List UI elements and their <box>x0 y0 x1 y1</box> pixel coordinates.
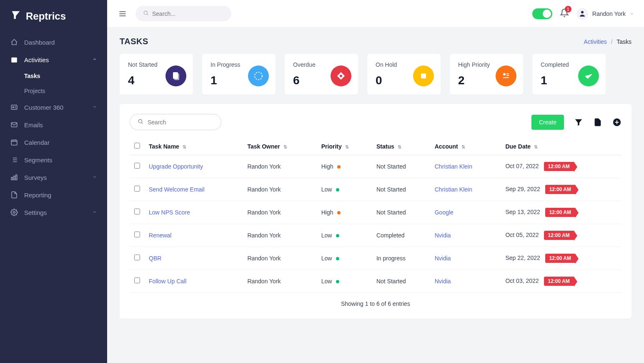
priority-dot-icon <box>336 234 339 237</box>
global-search-input[interactable] <box>152 10 224 17</box>
sidebar-item-label: Activities <box>24 56 86 63</box>
brand-logo[interactable]: Reptrics <box>0 0 107 33</box>
tasks-panel: Create Task Name ⇅Task Owner <box>120 104 631 319</box>
stat-card-high-priority[interactable]: High Priority2 <box>450 54 523 95</box>
search-icon <box>143 10 149 17</box>
stat-card-completed[interactable]: Completed1 <box>532 54 606 95</box>
user-menu[interactable]: Randon York <box>576 8 634 20</box>
breadcrumb-parent[interactable]: Activities <box>584 38 607 45</box>
export-button[interactable] <box>593 118 602 127</box>
due-date: Sep 22, 2022 <box>505 255 540 261</box>
row-checkbox[interactable] <box>134 163 140 169</box>
column-header[interactable]: Task Name ⇅ <box>145 138 243 155</box>
table-search-input[interactable] <box>148 119 213 126</box>
stat-card-not-started[interactable]: Not Started4 <box>120 54 193 95</box>
gear-icon <box>10 209 18 216</box>
account-link[interactable]: Nvidia <box>435 255 451 262</box>
topbar: 1 Randon York <box>107 0 644 28</box>
sort-icon: ⇅ <box>345 144 349 149</box>
brand-name: Reptrics <box>26 10 66 22</box>
account-link[interactable]: Google <box>435 209 454 216</box>
row-checkbox[interactable] <box>134 186 140 192</box>
svg-point-32 <box>503 73 506 76</box>
sidebar-subitem-projects[interactable]: Projects <box>24 83 107 98</box>
sort-icon: ⇅ <box>183 144 186 149</box>
filter-button[interactable] <box>574 118 583 127</box>
stat-card-overdue[interactable]: Overdue6 <box>285 54 358 95</box>
chevron-up-icon <box>92 57 97 63</box>
due-date: Oct 03, 2022 <box>505 277 539 284</box>
svg-rect-18 <box>14 176 15 180</box>
task-name-link[interactable]: Follow Up Call <box>149 278 186 285</box>
column-header[interactable]: Account ⇅ <box>431 138 501 155</box>
sidebar-item-label: Reporting <box>24 192 97 199</box>
task-priority: High <box>317 155 372 178</box>
chevron-down-icon <box>92 209 97 216</box>
breadcrumb: Activities / Tasks <box>584 38 631 45</box>
svg-point-30 <box>340 75 342 77</box>
task-name-link[interactable]: Low NPS Score <box>149 209 190 216</box>
sidebar-item-calendar[interactable]: Calendar <box>0 134 107 151</box>
svg-rect-35 <box>503 77 509 78</box>
svg-rect-31 <box>421 73 426 78</box>
page-header: TASKS Activities / Tasks <box>107 28 644 54</box>
column-label: Priority <box>321 143 342 150</box>
sidebar-item-label: Surveys <box>24 174 86 181</box>
account-link[interactable]: Nvidia <box>435 232 451 239</box>
row-checkbox[interactable] <box>134 277 140 283</box>
task-name-link[interactable]: Upgrade Opportunity <box>149 163 203 170</box>
svg-rect-40 <box>615 122 619 123</box>
column-header[interactable]: Priority ⇅ <box>317 138 372 155</box>
svg-point-26 <box>581 11 584 13</box>
priority-dot-icon <box>336 280 339 283</box>
stat-card-in-progress[interactable]: In Progress1 <box>202 54 276 95</box>
sidebar-item-customer-360[interactable]: Customer 360 <box>0 98 107 116</box>
table-search[interactable] <box>130 114 221 130</box>
sidebar-item-reporting[interactable]: Reporting <box>0 186 107 204</box>
row-checkbox[interactable] <box>134 209 140 214</box>
avatar <box>576 8 588 20</box>
table-row: Send Welcome EmailRandon YorkLow Not Sta… <box>130 178 621 201</box>
sidebar-item-settings[interactable]: Settings <box>0 204 107 221</box>
task-status: Completed <box>372 224 431 247</box>
create-button[interactable]: Create <box>531 115 564 130</box>
task-name-link[interactable]: QBR <box>149 255 161 262</box>
menu-toggle-button[interactable] <box>117 10 128 18</box>
notifications-button[interactable]: 1 <box>560 8 569 19</box>
select-all-checkbox[interactable] <box>134 143 140 149</box>
column-header[interactable]: Status ⇅ <box>372 138 431 155</box>
svg-rect-17 <box>11 177 13 180</box>
account-link[interactable]: Christian Klein <box>435 163 472 170</box>
list-icon <box>10 156 18 164</box>
task-name-link[interactable]: Send Welcome Email <box>149 186 205 193</box>
table-row: Follow Up CallRandon YorkLow Not Started… <box>130 270 621 293</box>
sidebar-subitem-tasks[interactable]: Tasks <box>24 68 107 83</box>
status-toggle[interactable] <box>532 8 552 19</box>
due-time-badge: 12:00 AM <box>545 254 575 263</box>
svg-rect-33 <box>506 73 509 74</box>
highpriority-icon <box>496 66 516 86</box>
sidebar-item-emails[interactable]: Emails <box>0 116 107 134</box>
task-name-link[interactable]: Renewal <box>149 232 171 239</box>
priority-dot-icon <box>337 165 341 169</box>
sidebar-item-segments[interactable]: Segments <box>0 151 107 169</box>
sidebar-item-dashboard[interactable]: Dashboard <box>0 33 107 51</box>
bell-icon <box>560 12 569 19</box>
account-link[interactable]: Christian Klein <box>435 186 472 193</box>
row-checkbox[interactable] <box>134 255 140 260</box>
svg-point-3 <box>13 107 14 108</box>
global-search[interactable] <box>135 6 231 21</box>
completed-icon <box>578 66 599 86</box>
sidebar-item-label: Dashboard <box>24 39 97 46</box>
sidebar-item-activities[interactable]: Activities <box>0 51 107 68</box>
task-priority: Low <box>317 270 372 293</box>
column-header[interactable]: Task Owner ⇅ <box>243 138 317 155</box>
sidebar-item-surveys[interactable]: Surveys <box>0 169 107 186</box>
account-link[interactable]: Nvidia <box>435 278 451 285</box>
stat-card-on-hold[interactable]: On Hold0 <box>367 54 441 95</box>
column-header[interactable]: Due Date ⇅ <box>501 138 621 155</box>
sort-icon: ⇅ <box>534 144 538 149</box>
task-status: In progress <box>372 247 431 270</box>
add-button[interactable] <box>612 118 621 127</box>
row-checkbox[interactable] <box>134 232 140 237</box>
